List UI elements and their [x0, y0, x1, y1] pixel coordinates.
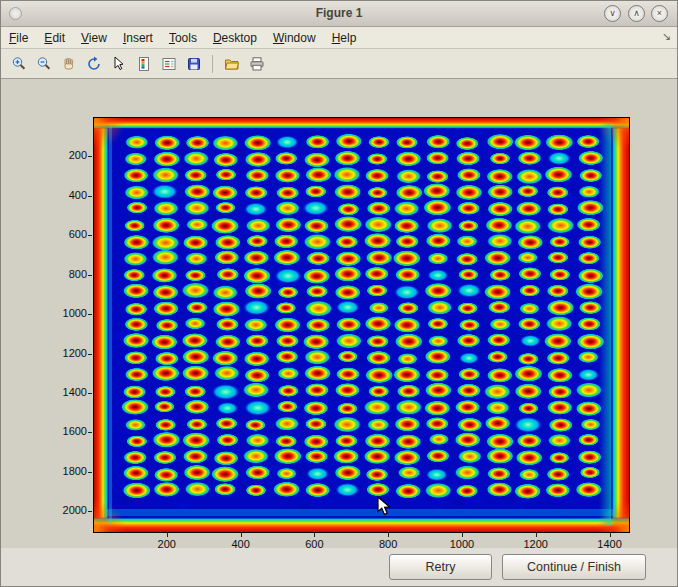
y-tick-label: 1400	[45, 386, 87, 398]
menu-desktop[interactable]: Desktop	[205, 29, 265, 47]
maximize-button[interactable]: ∧	[628, 5, 645, 22]
y-tick-mark	[88, 156, 92, 157]
rotate-3d-button[interactable]	[82, 52, 105, 75]
y-tick-label: 1200	[45, 347, 87, 359]
x-tick-label: 200	[147, 538, 187, 550]
zoom-in-button[interactable]	[7, 52, 30, 75]
dock-figure-icon[interactable]: ↘	[662, 30, 671, 43]
zoom-out-button[interactable]	[32, 52, 55, 75]
mouse-cursor	[377, 496, 393, 518]
figure-window: Figure 1 ∨ ∧ × File Edit View Insert Too…	[0, 0, 678, 587]
button-panel: Retry Continue / Finish	[1, 548, 677, 587]
menu-window[interactable]: Window	[265, 29, 324, 47]
printer-icon	[249, 56, 265, 72]
pan-button[interactable]	[57, 52, 80, 75]
heatmap-image[interactable]	[94, 118, 629, 532]
x-tick-label: 1200	[516, 538, 556, 550]
open-folder-icon	[224, 56, 240, 72]
y-tick-mark	[88, 511, 92, 512]
legend-icon	[161, 56, 177, 72]
y-tick-label: 1800	[45, 465, 87, 477]
menu-edit[interactable]: Edit	[36, 29, 73, 47]
x-tick-mark	[388, 533, 389, 537]
y-tick-mark	[88, 314, 92, 315]
save-icon	[186, 56, 202, 72]
y-tick-label: 600	[45, 228, 87, 240]
zoom-out-icon	[36, 56, 52, 72]
figure-toolbar	[1, 49, 677, 79]
rotate-3d-icon	[86, 56, 102, 72]
y-tick-label: 400	[45, 189, 87, 201]
y-tick-mark	[88, 275, 92, 276]
y-tick-label: 2000	[45, 504, 87, 516]
x-tick-label: 600	[294, 538, 334, 550]
y-tick-mark	[88, 235, 92, 236]
menu-view[interactable]: View	[73, 29, 115, 47]
save-figure-button[interactable]	[182, 52, 205, 75]
toolbar-separator	[212, 55, 213, 73]
x-tick-label: 1400	[590, 538, 630, 550]
retry-button[interactable]: Retry	[389, 554, 492, 580]
menu-bar: File Edit View Insert Tools Desktop Wind…	[1, 27, 677, 49]
window-title: Figure 1	[1, 6, 677, 20]
menu-file[interactable]: File	[1, 29, 36, 47]
x-tick-mark	[610, 533, 611, 537]
x-tick-mark	[462, 533, 463, 537]
open-file-button[interactable]	[220, 52, 243, 75]
y-tick-mark	[88, 432, 92, 433]
x-tick-label: 400	[221, 538, 261, 550]
y-tick-mark	[88, 196, 92, 197]
insert-legend-button[interactable]	[157, 52, 180, 75]
y-tick-mark	[88, 354, 92, 355]
pan-hand-icon	[61, 56, 77, 72]
y-tick-label: 1000	[45, 307, 87, 319]
colorbar-icon	[136, 56, 152, 72]
x-tick-mark	[167, 533, 168, 537]
print-figure-button[interactable]	[245, 52, 268, 75]
continue-finish-button[interactable]: Continue / Finish	[502, 554, 646, 580]
menu-insert[interactable]: Insert	[115, 29, 161, 47]
y-tick-label: 800	[45, 268, 87, 280]
x-tick-label: 1000	[442, 538, 482, 550]
insert-colorbar-button[interactable]	[132, 52, 155, 75]
x-tick-mark	[536, 533, 537, 537]
menu-help[interactable]: Help	[324, 29, 365, 47]
menu-tools[interactable]: Tools	[161, 29, 205, 47]
x-tick-mark	[314, 533, 315, 537]
y-tick-mark	[88, 393, 92, 394]
data-cursor-icon	[111, 56, 127, 72]
plot-axes	[93, 117, 630, 533]
y-tick-label: 200	[45, 149, 87, 161]
x-tick-mark	[241, 533, 242, 537]
y-tick-mark	[88, 472, 92, 473]
y-tick-label: 1600	[45, 425, 87, 437]
zoom-in-icon	[11, 56, 27, 72]
data-cursor-button[interactable]	[107, 52, 130, 75]
x-tick-label: 800	[368, 538, 408, 550]
title-bar[interactable]: Figure 1 ∨ ∧ ×	[1, 1, 677, 27]
shade-button[interactable]: ∨	[604, 5, 621, 22]
close-button[interactable]: ×	[651, 5, 668, 22]
